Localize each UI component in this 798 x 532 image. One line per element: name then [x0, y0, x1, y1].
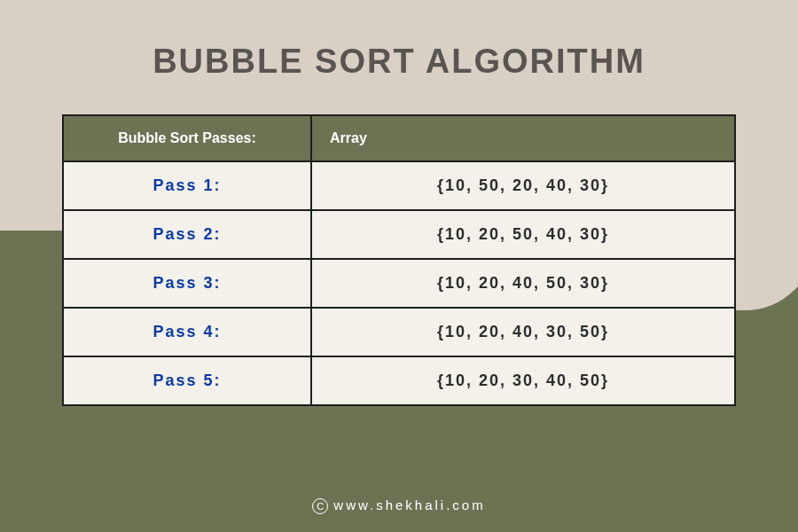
table-row: Pass 1: {10, 50, 20, 40, 30}	[63, 161, 735, 210]
pass-label: Pass 4:	[63, 308, 311, 356]
page-title: BUBBLE SORT ALGORITHM	[153, 43, 645, 81]
array-value: {10, 20, 40, 50, 30}	[311, 259, 735, 308]
table-row: Pass 3: {10, 20, 40, 50, 30}	[63, 259, 735, 308]
table-row: Pass 5: {10, 20, 30, 40, 50}	[63, 356, 735, 405]
table-row: Pass 2: {10, 20, 50, 40, 30}	[63, 210, 735, 259]
copyright-icon: C	[312, 498, 328, 514]
pass-label: Pass 2:	[63, 210, 311, 259]
table-header-row: Bubble Sort Passes: Array	[63, 115, 735, 161]
bubble-sort-table: Bubble Sort Passes: Array Pass 1: {10, 5…	[62, 114, 736, 406]
array-value: {10, 20, 50, 40, 30}	[311, 210, 735, 259]
header-passes: Bubble Sort Passes:	[63, 115, 311, 161]
array-value: {10, 20, 30, 40, 50}	[311, 356, 735, 405]
pass-label: Pass 3:	[63, 259, 311, 308]
footer-site: www.shekhali.com	[333, 497, 485, 512]
array-value: {10, 50, 20, 40, 30}	[311, 161, 735, 210]
footer: Cwww.shekhali.com	[0, 497, 798, 514]
table-row: Pass 4: {10, 20, 40, 30, 50}	[63, 308, 735, 356]
pass-label: Pass 5:	[63, 356, 311, 405]
pass-label: Pass 1:	[63, 161, 311, 210]
header-array: Array	[311, 115, 735, 161]
content-wrapper: BUBBLE SORT ALGORITHM Bubble Sort Passes…	[0, 0, 798, 532]
array-value: {10, 20, 40, 30, 50}	[311, 308, 735, 356]
